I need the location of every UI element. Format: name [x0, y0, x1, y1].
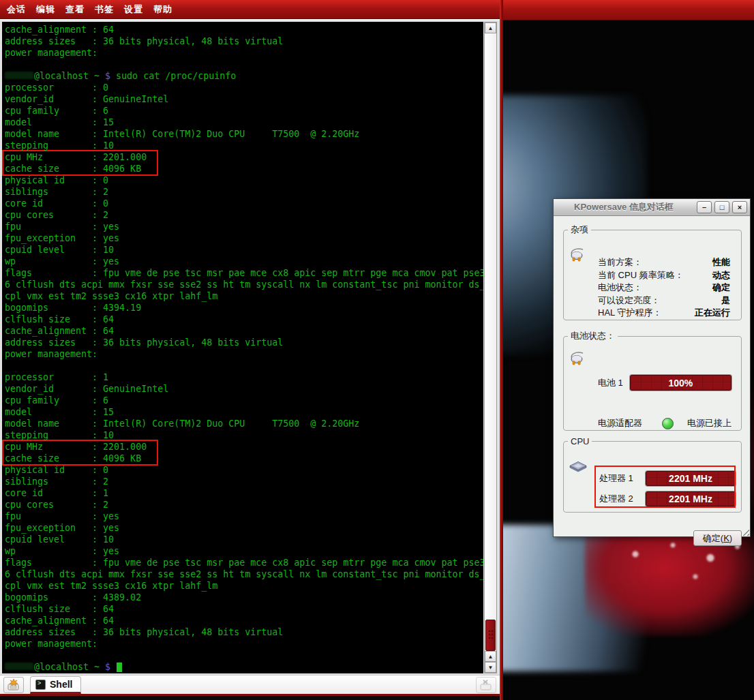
redacted-username	[5, 72, 33, 79]
info-row-label: HAL 守护程序：	[598, 307, 661, 319]
terminal-line: power management:	[5, 638, 483, 650]
info-row-label: 当前方案：	[598, 256, 642, 269]
terminal-scrollbar[interactable]: ▲ ▲ ▼	[484, 22, 497, 673]
battery-label: 电池 1	[598, 377, 623, 389]
scroll-up-icon[interactable]: ▲	[485, 22, 496, 33]
scroll-up-icon-bottom[interactable]: ▲	[485, 651, 496, 662]
terminal-line: core id : 0	[5, 198, 483, 209]
window-bottom-border	[0, 694, 500, 700]
terminal-line: stepping : 10	[5, 140, 483, 151]
window-border-strip	[500, 0, 503, 700]
scrollbar-thumb[interactable]	[485, 620, 496, 651]
processor-chip-icon	[569, 460, 587, 475]
battery-row: 电池 1 100%	[598, 375, 732, 391]
info-row: HAL 守护程序：正在运行	[598, 307, 730, 320]
dialog-title: KPowersave 信息对话框	[554, 201, 694, 213]
terminal-line: cache_alignment : 64	[5, 325, 483, 337]
terminal-line: cache size : 4096 KB	[5, 453, 157, 464]
terminal-output[interactable]: cache_alignment : 64address sizes : 36 b…	[2, 22, 483, 673]
menu-item-3[interactable]: 书签	[95, 3, 114, 16]
info-row-label: 可以设定亮度：	[598, 294, 660, 307]
terminal-line: physical id : 0	[5, 174, 483, 186]
adapter-status: 电源已接上	[687, 417, 732, 429]
info-row-value: 性能	[712, 256, 730, 269]
new-session-button[interactable]	[3, 677, 24, 693]
red-highlight-box: cpu MHz : 2201.000cache size : 4096 KB	[2, 440, 158, 466]
menu-bar: 会话编辑查看书签设置帮助	[0, 0, 500, 19]
tab-shell-label: Shell	[50, 679, 72, 690]
cpu-frequency-value: 2201 MHz	[669, 473, 712, 484]
terminal-line: fpu : yes	[5, 221, 483, 232]
ok-button-label-end: )	[729, 533, 732, 543]
menu-item-5[interactable]: 帮助	[153, 3, 172, 16]
terminal-line: core id : 1	[5, 487, 483, 499]
red-highlight-box: cpu MHz : 2201.000cache size : 4096 KB	[2, 150, 158, 176]
terminal-line: cpu MHz : 2201.000	[5, 151, 157, 163]
info-row-label: 电池状态：	[598, 281, 642, 294]
minimize-icon[interactable]: –	[697, 201, 712, 213]
terminal-line: address sizes : 36 bits physical, 48 bit…	[5, 626, 483, 638]
terminal-line: cpuid level : 10	[5, 244, 483, 256]
terminal-line: model : 15	[5, 117, 483, 128]
menu-item-1[interactable]: 编辑	[36, 3, 55, 16]
session-tab-bar: Shell	[0, 675, 500, 694]
terminal-line: power management:	[5, 348, 483, 360]
maximize-icon[interactable]: □	[714, 201, 729, 213]
adapter-row: 电源适配器 电源已接上	[598, 417, 732, 429]
terminal-line: cache_alignment : 64	[5, 24, 483, 35]
info-row: 当前方案：性能	[598, 256, 730, 269]
ok-button-accel: K	[723, 533, 729, 543]
terminal-line: fpu_exception : yes	[5, 232, 483, 244]
power-plug-icon	[569, 350, 587, 365]
terminal-line	[5, 650, 483, 661]
cpu-frequency-rows: 处理器 12201 MHz处理器 22201 MHz	[599, 471, 736, 512]
cpu-frequency-bar: 2201 MHz	[646, 491, 736, 506]
info-row: 电池状态：确定	[598, 281, 730, 294]
terminal-line: power management:	[5, 47, 483, 59]
cpu-frequency-bar: 2201 MHz	[646, 471, 736, 486]
terminal-line: 6 clflush dts acpi mmx fxsr sse sse2 ss …	[5, 568, 483, 580]
terminal-line: siblings : 2	[5, 476, 483, 487]
close-icon[interactable]: ×	[732, 201, 747, 213]
terminal-line: 6 clflush dts acpi mmx fxsr sse sse2 ss …	[5, 279, 483, 290]
redacted-username	[5, 663, 33, 670]
misc-groupbox: 杂项 当前方案：性能当前 CPU 频率策略：动态电池状态：确定可以设定亮度：是H…	[563, 224, 742, 320]
terminal-line: address sizes : 36 bits physical, 48 bit…	[5, 35, 483, 47]
tab-shell[interactable]: Shell	[30, 676, 81, 694]
terminal-line: wp : yes	[5, 256, 483, 267]
cpu-row-label: 处理器 1	[599, 472, 637, 485]
terminal-line: cpu cores : 2	[5, 209, 483, 221]
info-row-value: 正在运行	[695, 307, 730, 319]
cpu-frequency-value: 2201 MHz	[669, 493, 712, 504]
terminal-line: model name : Intel(R) Core(TM)2 Duo CPU …	[5, 418, 483, 429]
terminal-line: model : 15	[5, 406, 483, 418]
terminal-line: clflush size : 64	[5, 314, 483, 325]
menu-item-4[interactable]: 设置	[124, 3, 143, 16]
terminal-line: cache_alignment : 64	[5, 615, 483, 626]
terminal-line: fpu : yes	[5, 511, 483, 522]
battery-group-title: 电池状态：	[568, 330, 618, 342]
dialog-titlebar[interactable]: KPowersave 信息对话框 – □ ×	[554, 199, 750, 216]
menu-item-2[interactable]: 查看	[65, 3, 85, 16]
info-row-value: 动态	[712, 269, 730, 281]
kpowersave-plug-icon	[569, 247, 587, 262]
background-window-titlebar	[503, 0, 754, 20]
info-row-value: 是	[721, 294, 730, 307]
terminal-line: cpl vmx est tm2 ssse3 cx16 xtpr lahf_lm	[5, 290, 483, 302]
terminal-cursor	[117, 663, 122, 672]
terminal-line	[5, 59, 483, 70]
info-row: 当前 CPU 频率策略：动态	[598, 269, 730, 282]
terminal-line: wp : yes	[5, 545, 483, 557]
menu-item-0[interactable]: 会话	[7, 3, 26, 16]
terminal-line: flags : fpu vme de pse tsc msr pae mce c…	[5, 557, 483, 568]
terminal-line: clflush size : 64	[5, 603, 483, 615]
terminal-line: bogomips : 4394.19	[5, 302, 483, 314]
terminal-line: cpuid level : 10	[5, 534, 483, 545]
cpu-row: 处理器 12201 MHz	[599, 471, 736, 486]
misc-group-title: 杂项	[568, 224, 591, 236]
terminal-prompt-line: @localhost ~ $ sudo cat /proc/cpuinfo	[5, 70, 483, 82]
new-session-icon	[7, 679, 20, 691]
close-session-button[interactable]	[476, 677, 496, 693]
ok-button[interactable]: 确定(K)	[693, 530, 742, 546]
scroll-down-icon[interactable]: ▼	[485, 662, 496, 673]
